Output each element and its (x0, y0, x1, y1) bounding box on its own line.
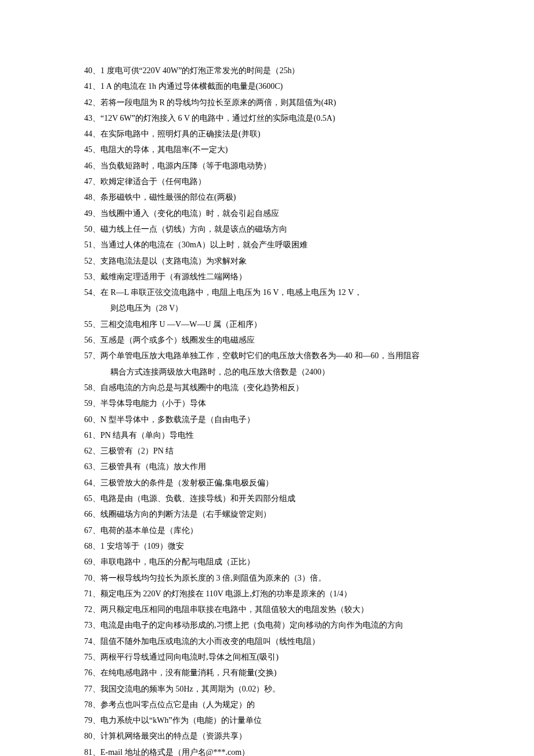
list-item: 62、三极管有（2）PN 结 (84, 443, 460, 459)
question-list: 40、1 度电可供“220V 40W”的灯泡正常发光的时间是（25h）41、1 … (84, 63, 460, 756)
item-number: 80、 (84, 728, 100, 744)
item-text: 电路是由（电源、负载、连接导线）和开关四部分组成 (100, 491, 460, 506)
list-item: 46、当负载短路时，电源内压降（等于电源电动势） (84, 158, 460, 174)
item-text: 戴维南定理适用于（有源线性二端网络） (100, 269, 460, 285)
item-text: 三极管有（2）PN 结 (100, 443, 460, 459)
list-item: 71、额定电压为 220V 的灯泡接在 110V 电源上,灯泡的功率是原来的（1… (84, 586, 460, 602)
item-text: 自感电流的方向总是与其线圈中的电流（变化趋势相反） (100, 380, 460, 395)
list-item: 64、三极管放大的条件是（发射极正偏,集电极反偏） (84, 475, 460, 491)
item-text: 1 度电可供“220V 40W”的灯泡正常发光的时间是（25h） (100, 63, 460, 78)
item-number: 78、 (84, 697, 100, 712)
list-item: 78、参考点也叫零点位点它是由（人为规定）的 (84, 697, 460, 712)
list-item: 60、N 型半导体中，多数载流子是（自由电子） (84, 412, 460, 427)
item-text: 三极管具有（电流）放大作用 (100, 459, 460, 474)
item-number: 45、 (84, 142, 100, 157)
item-number: 48、 (84, 189, 100, 205)
item-number: 52、 (84, 253, 100, 269)
list-item: 47、欧姆定律适合于（任何电路） (84, 174, 460, 189)
item-number: 75、 (84, 649, 100, 665)
item-number: 44、 (84, 126, 100, 142)
item-text: 若将一段电阻为 R 的导线均匀拉长至原来的两倍，则其阻值为(4R) (100, 95, 460, 110)
list-item: 41、1 A 的电流在 1h 内通过导体横截面的电量是(3600C) (84, 78, 460, 94)
item-text: 三相交流电相序 U —V—W—U 属（正相序） (100, 316, 460, 332)
list-item: 72、两只额定电压相同的电阻串联接在电路中，其阻值较大的电阻发热（较大） (84, 602, 460, 617)
item-number: 43、 (84, 110, 100, 126)
item-text: 电荷的基本单位是（库伦） (100, 523, 460, 538)
item-number: 63、 (84, 459, 100, 474)
item-text: 线圈磁场方向的判断方法是（右手螺旋管定则） (100, 506, 460, 522)
list-item: 75、两根平行导线通过同向电流时,导体之间相互(吸引) (84, 649, 460, 665)
item-number: 76、 (84, 665, 100, 681)
item-number: 66、 (84, 506, 100, 522)
item-text: 1 A 的电流在 1h 内通过导体横截面的电量是(3600C) (100, 78, 460, 94)
list-item: 73、电流是由电子的定向移动形成的,习惯上把（负电荷）定向移动的方向作为电流的方… (84, 617, 460, 633)
list-item: 44、在实际电路中，照明灯具的正确接法是(并联) (84, 126, 460, 142)
item-text: 1 安培等于（109）微安 (100, 538, 460, 554)
item-number: 57、 (84, 348, 100, 363)
item-text: 参考点也叫零点位点它是由（人为规定）的 (100, 697, 460, 712)
item-text: 将一根导线均匀拉长为原长度的 3 倍,则阻值为原来的（3）倍。 (100, 570, 460, 586)
list-item: 58、自感电流的方向总是与其线圈中的电流（变化趋势相反） (84, 380, 460, 395)
item-text: 在纯电感电路中，没有能量消耗，只有能量(交换) (100, 665, 460, 681)
list-item: 50、磁力线上任一点（切线）方向，就是该点的磁场方向 (84, 221, 460, 237)
list-item: 61、PN 结具有（单向）导电性 (84, 427, 460, 443)
list-item: 79、电力系统中以“kWh”作为（电能）的计量单位 (84, 712, 460, 728)
item-number: 41、 (84, 78, 100, 94)
item-text: 当负载短路时，电源内压降（等于电源电动势） (100, 158, 460, 174)
item-text: 当线圈中通入（变化的电流）时，就会引起自感应 (100, 206, 460, 221)
item-number: 54、 (84, 285, 100, 300)
list-item: 66、线圈磁场方向的判断方法是（右手螺旋管定则） (84, 506, 460, 522)
item-number: 51、 (84, 237, 100, 253)
item-number: 71、 (84, 586, 100, 602)
item-text: 在 R—L 串联正弦交流电路中，电阻上电压为 16 V，电感上电压为 12 V， (100, 285, 460, 300)
item-number: 64、 (84, 475, 100, 491)
item-number: 81、 (84, 744, 100, 756)
item-text: PN 结具有（单向）导电性 (100, 427, 460, 443)
item-number: 58、 (84, 380, 100, 395)
item-text: 串联电路中，电压的分配与电阻成（正比） (100, 554, 460, 570)
item-text: 当通过人体的电流在（30mA）以上时，就会产生呼吸困难 (100, 237, 460, 253)
item-text: 两根平行导线通过同向电流时,导体之间相互(吸引) (100, 649, 460, 665)
item-number: 60、 (84, 412, 100, 427)
item-number: 61、 (84, 427, 100, 443)
item-text: 条形磁铁中，磁性最强的部位在(两极) (100, 189, 460, 205)
list-item: 59、半导体导电能力（小于）导体 (84, 395, 460, 411)
item-text: 计算机网络最突出的特点是（资源共享） (100, 728, 460, 744)
list-item: 80、计算机网络最突出的特点是（资源共享） (84, 728, 460, 744)
list-item: 45、电阻大的导体，其电阻率(不一定大) (84, 142, 460, 157)
item-number: 62、 (84, 443, 100, 459)
item-number: 56、 (84, 332, 100, 348)
item-number: 46、 (84, 158, 100, 174)
list-item: 70、将一根导线均匀拉长为原长度的 3 倍,则阻值为原来的（3）倍。 (84, 570, 460, 586)
item-number: 68、 (84, 538, 100, 554)
item-text: 电流是由电子的定向移动形成的,习惯上把（负电荷）定向移动的方向作为电流的方向 (100, 617, 460, 633)
item-text: 支路电流法是以（支路电流）为求解对象 (100, 253, 460, 269)
item-continuation: 则总电压为（28 V） (84, 300, 460, 316)
item-number: 40、 (84, 63, 100, 78)
list-item: 42、若将一段电阻为 R 的导线均匀拉长至原来的两倍，则其阻值为(4R) (84, 95, 460, 110)
item-number: 74、 (84, 633, 100, 649)
item-text: 电阻大的导体，其电阻率(不一定大) (100, 142, 460, 157)
list-item: 54、在 R—L 串联正弦交流电路中，电阻上电压为 16 V，电感上电压为 12… (84, 285, 460, 300)
list-item: 55、三相交流电相序 U —V—W—U 属（正相序） (84, 316, 460, 332)
document-page: 40、1 度电可供“220V 40W”的灯泡正常发光的时间是（25h）41、1 … (0, 0, 534, 756)
item-number: 69、 (84, 554, 100, 570)
item-continuation: 耦合方式连接两级放大电路时，总的电压放大倍数是（2400） (84, 364, 460, 380)
list-item: 56、互感是（两个或多个）线圈发生的电磁感应 (84, 332, 460, 348)
list-item: 65、电路是由（电源、负载、连接导线）和开关四部分组成 (84, 491, 460, 506)
item-text: 欧姆定律适合于（任何电路） (100, 174, 460, 189)
list-item: 48、条形磁铁中，磁性最强的部位在(两极) (84, 189, 460, 205)
list-item: 74、阻值不随外加电压或电流的大小而改变的电阻叫（线性电阻） (84, 633, 460, 649)
item-number: 67、 (84, 523, 100, 538)
item-text: 阻值不随外加电压或电流的大小而改变的电阻叫（线性电阻） (100, 633, 460, 649)
list-item: 40、1 度电可供“220V 40W”的灯泡正常发光的时间是（25h） (84, 63, 460, 78)
list-item: 76、在纯电感电路中，没有能量消耗，只有能量(交换) (84, 665, 460, 681)
list-item: 68、1 安培等于（109）微安 (84, 538, 460, 554)
item-text: 两个单管电压放大电路单独工作，空载时它们的电压放大倍数各为—40 和—60，当用… (100, 348, 460, 363)
item-number: 47、 (84, 174, 100, 189)
item-number: 59、 (84, 395, 100, 411)
list-item: 81、E-mail 地址的格式是（用户名@***.com） (84, 744, 460, 756)
item-text: 半导体导电能力（小于）导体 (100, 395, 460, 411)
item-number: 65、 (84, 491, 100, 506)
list-item: 49、当线圈中通入（变化的电流）时，就会引起自感应 (84, 206, 460, 221)
